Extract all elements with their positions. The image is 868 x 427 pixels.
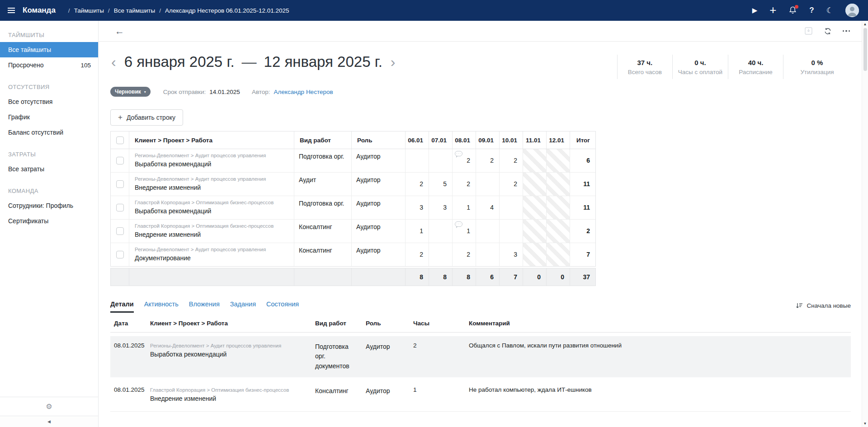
weekend-day-cell[interactable]: [546, 243, 570, 266]
sidebar-item-certificates[interactable]: Сертификаты: [0, 213, 98, 229]
vertical-scrollbar[interactable]: ▲ ▼: [862, 21, 868, 427]
back-arrow-icon[interactable]: ←: [115, 26, 124, 36]
timesheet-totals-row: 8 8 8 6 7 0 0 37: [110, 268, 596, 286]
day-cell[interactable]: [476, 173, 499, 196]
select-all-checkbox[interactable]: [116, 136, 124, 144]
breadcrumb-item-timesheets[interactable]: Таймшиты: [74, 7, 104, 14]
project-path: Главстрой Корпорация > Оптимизация бизне…: [135, 199, 288, 206]
sidebar-item-all-absences[interactable]: Все отсутствия: [0, 94, 98, 109]
day-cell[interactable]: 2: [452, 243, 476, 266]
sidebar-item-overdue[interactable]: Просрочено 105: [0, 57, 98, 73]
weekend-day-cell[interactable]: [546, 173, 570, 196]
day-cell[interactable]: 2: [405, 173, 429, 196]
scrollbar-thumb[interactable]: [863, 28, 867, 71]
breadcrumb-separator: /: [108, 7, 110, 14]
weekend-day-cell[interactable]: [523, 173, 546, 196]
tab-attachments[interactable]: Вложения: [189, 300, 220, 313]
row-checkbox[interactable]: [116, 157, 124, 164]
run-process-icon[interactable]: ▶: [752, 6, 758, 14]
day-cell[interactable]: 2: [476, 149, 499, 172]
weekend-day-cell[interactable]: [546, 196, 570, 219]
day-cell[interactable]: [476, 243, 499, 266]
breadcrumb-item-current: Александр Нестеров 06.01.2025-12.01.2025: [165, 7, 289, 14]
dark-mode-moon-icon[interactable]: ☾: [826, 6, 833, 15]
sidebar-item-all-expenses[interactable]: Все затраты: [0, 161, 98, 177]
day-cell[interactable]: 3: [429, 196, 452, 219]
menu-icon[interactable]: [0, 0, 23, 21]
role: Аудитор: [351, 243, 405, 266]
more-actions-icon[interactable]: [843, 28, 850, 34]
user-avatar[interactable]: [845, 4, 859, 17]
sidebar-section-team: КОМАНДА: [8, 188, 90, 194]
tab-tasks[interactable]: Задания: [230, 300, 256, 313]
day-cell[interactable]: 1: [452, 196, 476, 219]
day-cell[interactable]: [405, 149, 429, 172]
day-cell[interactable]: [429, 243, 452, 266]
help-icon[interactable]: ?: [809, 6, 814, 15]
weekend-day-cell[interactable]: [546, 149, 570, 172]
weekend-day-cell[interactable]: [523, 149, 546, 172]
row-checkbox[interactable]: [116, 180, 124, 188]
refresh-icon[interactable]: [824, 27, 832, 35]
status-badge[interactable]: Черновик ▾: [110, 87, 151, 97]
row-checkbox[interactable]: [116, 251, 124, 258]
scroll-down-icon[interactable]: ▼: [862, 422, 868, 426]
sidebar-item-all-timesheets[interactable]: Все таймшиты: [0, 42, 98, 57]
day-cell[interactable]: 3: [499, 243, 523, 266]
weekend-day-cell[interactable]: [546, 220, 570, 243]
sidebar-item-schedule[interactable]: График: [0, 109, 98, 125]
day-cell[interactable]: ··· 2: [452, 149, 476, 172]
due-date-label: Срок отправки:: [163, 89, 206, 95]
details-header-row: Дата Клиент > Проект > Работа Вид работ …: [110, 320, 851, 333]
col-role: Роль: [366, 320, 413, 327]
day-cell[interactable]: 3: [405, 196, 429, 219]
sidebar-item-absence-balance[interactable]: Баланс отсутствий: [0, 125, 98, 140]
plus-icon: +: [118, 113, 123, 122]
row-checkbox[interactable]: [116, 204, 124, 211]
work-name: Внедрение изменений: [135, 183, 288, 193]
day-cell[interactable]: 2: [452, 173, 476, 196]
totals-day: 0: [523, 268, 546, 286]
save-icon[interactable]: [804, 27, 813, 35]
day-cell[interactable]: 5: [429, 173, 452, 196]
day-cell[interactable]: [429, 220, 452, 243]
author-link[interactable]: Александр Нестеров: [274, 89, 333, 95]
col-work-type: Вид работ: [294, 131, 351, 149]
settings-gear-icon[interactable]: ⚙: [46, 402, 52, 411]
day-cell[interactable]: ··· 1: [452, 220, 476, 243]
sidebar-item-employees-profile[interactable]: Сотрудники: Профиль: [0, 198, 98, 213]
day-cell[interactable]: 1: [405, 220, 429, 243]
details-row[interactable]: 08.01.2025 Регионы-Девелопмент > Аудит п…: [110, 336, 851, 377]
day-cell[interactable]: [429, 149, 452, 172]
stat-utilization: 0 % Утилизация: [783, 55, 851, 79]
prev-week-chevron-icon[interactable]: ‹: [110, 55, 117, 69]
day-cell[interactable]: 2: [499, 149, 523, 172]
collapse-sidebar-icon[interactable]: ◀: [47, 419, 51, 424]
add-row-button[interactable]: + Добавить строку: [110, 109, 183, 126]
sidebar-section-expenses: ЗАТРАТЫ: [8, 151, 90, 158]
day-cell[interactable]: [499, 196, 523, 219]
details-row[interactable]: 08.01.2025 Главстрой Корпорация > Оптими…: [110, 382, 851, 412]
tab-states[interactable]: Состояния: [266, 300, 299, 313]
totals-day: 0: [546, 268, 570, 286]
col-date: Дата: [110, 320, 150, 327]
day-cell[interactable]: [499, 220, 523, 243]
tab-details[interactable]: Детали: [110, 300, 134, 313]
tab-activity[interactable]: Активность: [144, 300, 179, 313]
timesheet-table: Клиент > Проект > Работа Вид работ Роль …: [110, 131, 596, 267]
breadcrumb-item-all-timesheets[interactable]: Все таймшиты: [114, 7, 156, 14]
day-cell[interactable]: 2: [405, 243, 429, 266]
weekend-day-cell[interactable]: [523, 220, 546, 243]
stat-schedule: 40 ч. Расписание: [728, 55, 783, 79]
day-cell[interactable]: 4: [476, 196, 499, 219]
scroll-up-icon[interactable]: ▲: [862, 22, 868, 26]
notifications-bell-icon[interactable]: [788, 6, 797, 15]
day-cell[interactable]: [476, 220, 499, 243]
next-week-chevron-icon[interactable]: ›: [390, 55, 396, 69]
day-cell[interactable]: 2: [499, 173, 523, 196]
sort-control[interactable]: Сначала новые: [796, 302, 851, 313]
create-icon[interactable]: +: [769, 4, 776, 16]
weekend-day-cell[interactable]: [523, 243, 546, 266]
weekend-day-cell[interactable]: [523, 196, 546, 219]
row-checkbox[interactable]: [116, 227, 124, 235]
